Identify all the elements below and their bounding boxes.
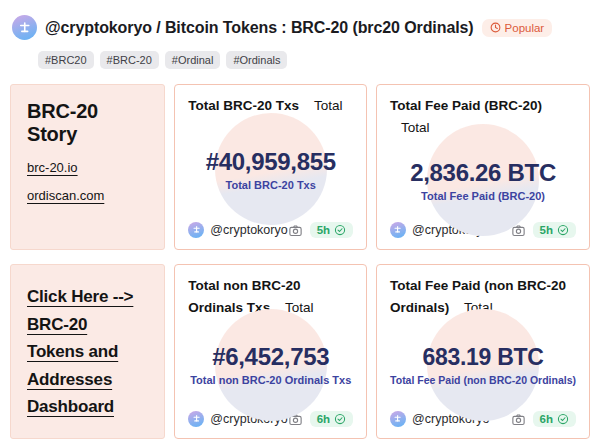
counter-card-fee-non-brc20: Total Fee Paid (non BRC-20 Ordinals) Tot…	[376, 264, 590, 439]
page-title: @cryptokoryo / Bitcoin Tokens : BRC-20 (…	[45, 19, 474, 37]
last-updated-text: 5h	[317, 224, 330, 236]
counter-body: 683.19 BTC Total Fee Paid (non BRC-20 Or…	[390, 318, 576, 411]
counter-card-brc20-txs: Total BRC-20 Txs Total #40,959,855 Total…	[174, 84, 367, 250]
counter-card-fee-brc20: Total Fee Paid (BRC-20) Total 2,836.26 B…	[376, 84, 590, 250]
link-brc-20-io[interactable]: brc-20.io	[27, 160, 148, 175]
widget-grid: BRC-20 Story brc-20.io ordiscan.com Tota…	[10, 84, 590, 439]
author-avatar-icon	[390, 222, 406, 238]
last-updated-pill[interactable]: 6h	[310, 411, 353, 427]
widget-series-label: Total	[401, 120, 430, 135]
tag-ordinals[interactable]: #Ordinals	[226, 51, 287, 69]
camera-icon[interactable]	[511, 412, 526, 427]
counter-body: 2,836.26 BTC Total Fee Paid (BRC-20)	[390, 138, 576, 222]
counter-caption: Total non BRC-20 Ordinals Txs	[190, 374, 351, 386]
author-avatar-icon	[188, 411, 204, 427]
last-updated-pill[interactable]: 6h	[533, 411, 576, 427]
widget-title-text: Total BRC-20 Txs	[188, 98, 299, 113]
story-card-title: BRC-20 Story	[27, 100, 148, 146]
last-updated-pill[interactable]: 5h	[310, 222, 353, 238]
tag-ordinal[interactable]: #Ordinal	[165, 51, 221, 69]
counter-caption: Total Fee Paid (BRC-20)	[410, 190, 556, 202]
dashboard-header: @cryptokoryo / Bitcoin Tokens : BRC-20 (…	[12, 15, 588, 40]
cta-card: Click Here --> BRC-20 Tokens and Address…	[10, 264, 165, 439]
camera-icon[interactable]	[288, 223, 303, 238]
story-card: BRC-20 Story brc-20.io ordiscan.com	[10, 84, 165, 250]
last-updated-text: 6h	[317, 413, 330, 425]
last-updated-text: 6h	[540, 413, 553, 425]
user-avatar-icon[interactable]	[12, 15, 37, 40]
author-avatar-icon	[188, 222, 204, 238]
check-circle-icon	[557, 413, 569, 425]
popular-badge-label: Popular	[505, 22, 545, 34]
link-ordiscan[interactable]: ordiscan.com	[27, 188, 148, 203]
widget-title-text: Total non BRC-20 Ordinals Txs	[188, 278, 300, 315]
cta-dashboard-link[interactable]: Click Here --> BRC-20 Tokens and Address…	[27, 283, 148, 421]
counter-value: #6,452,753	[190, 343, 351, 371]
last-updated-text: 5h	[540, 224, 553, 236]
widget-title-text: Total Fee Paid (BRC-20)	[390, 98, 542, 113]
check-circle-icon	[557, 224, 569, 236]
check-circle-icon	[334, 413, 346, 425]
tag-brc20[interactable]: #BRC20	[38, 51, 94, 69]
counter-value: #40,959,855	[206, 148, 336, 176]
counter-body: #6,452,753 Total non BRC-20 Ordinals Txs	[188, 318, 353, 411]
tag-list: #BRC20 #BRC-20 #Ordinal #Ordinals	[38, 51, 588, 69]
counter-body: #40,959,855 Total BRC-20 Txs	[188, 117, 353, 222]
tag-brc-20[interactable]: #BRC-20	[100, 51, 159, 69]
clock-icon	[490, 22, 501, 33]
counter-card-non-brc20-txs: Total non BRC-20 Ordinals Txs Total #6,4…	[174, 264, 367, 439]
check-circle-icon	[334, 224, 346, 236]
popular-badge: Popular	[482, 19, 553, 37]
counter-value: 2,836.26 BTC	[410, 159, 556, 187]
counter-caption: Total BRC-20 Txs	[206, 179, 336, 191]
counter-value: 683.19 BTC	[390, 344, 576, 371]
widget-series-label: Total	[314, 98, 343, 113]
counter-caption: Total Fee Paid (non BRC-20 Ordinals)	[390, 374, 576, 386]
author-handle: @cryptokoryo	[210, 223, 287, 237]
author-avatar-icon	[390, 411, 406, 427]
last-updated-pill[interactable]: 5h	[533, 222, 576, 238]
